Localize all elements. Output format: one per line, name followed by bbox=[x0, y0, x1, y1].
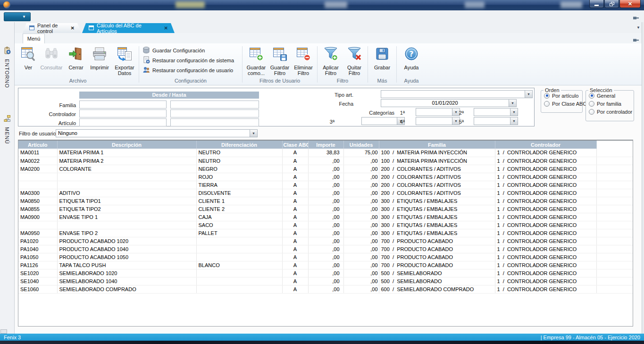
table-cell[interactable]: ,00 bbox=[308, 197, 343, 205]
column-header-unidades[interactable]: Unidades bbox=[343, 141, 379, 149]
radio-por-familia[interactable]: Por familia bbox=[589, 101, 634, 107]
table-cell[interactable] bbox=[57, 181, 196, 189]
table-cell[interactable]: ,00 bbox=[308, 157, 343, 165]
table-cell[interactable]: PALLET bbox=[196, 229, 282, 237]
table-cell[interactable]: ,00 bbox=[308, 213, 343, 221]
table-cell[interactable]: ,00 bbox=[308, 221, 343, 229]
ribbon-tab-menu[interactable]: Menú bbox=[23, 34, 45, 43]
table-cell[interactable]: 300 / ETIQUTAS / EMBALAJES bbox=[379, 221, 495, 229]
table-cell[interactable]: ,00 bbox=[308, 205, 343, 213]
app-menu-button[interactable]: ▼ bbox=[4, 12, 31, 21]
table-cell[interactable]: ,00 bbox=[343, 269, 379, 277]
table-cell[interactable]: 75,00 bbox=[343, 149, 379, 157]
table-cell[interactable] bbox=[196, 253, 282, 261]
table-cell[interactable]: A bbox=[282, 285, 308, 293]
table-cell[interactable]: NEGRO bbox=[196, 165, 282, 173]
table-cell[interactable]: ,00 bbox=[308, 277, 343, 285]
table-cell[interactable]: 700 / PRODUCTO ACABADO bbox=[379, 261, 495, 269]
table-cell[interactable]: A bbox=[282, 277, 308, 285]
table-cell[interactable]: MA0850 bbox=[18, 197, 57, 205]
table-row[interactable]: TIERRAA,00,00200 / COLORANTES / ADITIVOS… bbox=[18, 181, 633, 189]
table-cell[interactable]: 200 / COLORANTES / ADITIVOS bbox=[379, 165, 495, 173]
table-row[interactable]: PA1040PRODUCTO ACABADO 1040A,00,00700 / … bbox=[18, 245, 633, 253]
table-cell[interactable]: A bbox=[282, 269, 308, 277]
table-cell[interactable] bbox=[196, 277, 282, 285]
table-row[interactable]: MA0011MATERIA PRIMA 1NEUTROA38,8375,0010… bbox=[18, 149, 633, 157]
table-cell[interactable]: 1 / CONTROLADOR GENERICO bbox=[495, 285, 596, 293]
table-cell[interactable]: ,00 bbox=[308, 269, 343, 277]
table-cell[interactable]: ,00 bbox=[308, 245, 343, 253]
exportar-datos-button[interactable]: Exportar Datos bbox=[112, 45, 137, 76]
table-cell[interactable]: ,00 bbox=[308, 165, 343, 173]
table-row[interactable]: PA1126TAPA TALCO PUSHBLANCOA,00,00700 / … bbox=[18, 261, 633, 269]
close-tab-icon[interactable]: ✕ bbox=[164, 25, 168, 31]
table-row[interactable]: MA0300ADITIVODISOLVENTEA,00,00200 / COLO… bbox=[18, 189, 633, 197]
column-header-familia[interactable]: Familia bbox=[379, 141, 495, 149]
table-cell[interactable]: A bbox=[282, 173, 308, 181]
column-header-descripcion[interactable]: Descripción bbox=[57, 141, 196, 149]
table-cell[interactable]: 1 / CONTROLADOR GENERICO bbox=[495, 205, 596, 213]
aplicar-filtro-button[interactable]: Aplicar Filtro bbox=[319, 45, 343, 76]
table-cell[interactable]: ADITIVO bbox=[57, 189, 196, 197]
table-row[interactable]: MA0200COLORANTENEGROA,00,00200 / COLORAN… bbox=[18, 165, 633, 173]
table-cell[interactable]: 1 / CONTROLADOR GENERICO bbox=[495, 269, 596, 277]
imprimir-button[interactable]: Imprimir bbox=[87, 45, 112, 70]
table-cell[interactable]: 1 / CONTROLADOR GENERICO bbox=[495, 189, 596, 197]
table-cell[interactable]: A bbox=[282, 221, 308, 229]
minimize-button[interactable] bbox=[589, 0, 604, 8]
table-cell[interactable]: PRODUCTO ACABADO 1040 bbox=[57, 245, 196, 253]
table-row[interactable]: SE1040SEMIELABORADO 1040A,00,00500 / SEM… bbox=[18, 277, 633, 285]
table-row[interactable]: MA0900ENVASE TIPO 1CAJAA,00,00300 / ETIQ… bbox=[18, 213, 633, 221]
table-cell[interactable]: BLANCO bbox=[196, 261, 282, 269]
table-cell[interactable]: PRODUCTO ACABADO 1050 bbox=[57, 253, 196, 261]
table-row[interactable]: PA1020PRODUCTO ACABADO 1020A,00,00700 / … bbox=[18, 237, 633, 245]
table-cell[interactable]: 1 / CONTROLADOR GENERICO bbox=[495, 149, 596, 157]
familia-desde-input[interactable] bbox=[79, 101, 167, 109]
table-cell[interactable] bbox=[196, 269, 282, 277]
table-cell[interactable] bbox=[57, 221, 196, 229]
table-cell[interactable]: 1 / CONTROLADOR GENERICO bbox=[495, 165, 596, 173]
table-cell[interactable]: A bbox=[282, 261, 308, 269]
table-cell[interactable] bbox=[18, 221, 57, 229]
table-cell[interactable]: ,00 bbox=[308, 285, 343, 293]
table-cell[interactable]: ,00 bbox=[308, 173, 343, 181]
table-cell[interactable]: ,00 bbox=[343, 253, 379, 261]
table-cell[interactable]: PA1040 bbox=[18, 245, 57, 253]
table-cell[interactable]: CLIENTE 1 bbox=[196, 197, 282, 205]
table-cell[interactable] bbox=[18, 173, 57, 181]
table-cell[interactable]: A bbox=[282, 181, 308, 189]
table-cell[interactable] bbox=[196, 237, 282, 245]
table-cell[interactable]: A bbox=[282, 149, 308, 157]
table-cell[interactable] bbox=[196, 245, 282, 253]
table-cell[interactable]: A bbox=[282, 237, 308, 245]
table-cell[interactable]: A bbox=[282, 229, 308, 237]
table-cell[interactable]: ,00 bbox=[343, 165, 379, 173]
table-cell[interactable]: A bbox=[282, 197, 308, 205]
table-cell[interactable]: ENVASE TIPO 2 bbox=[57, 229, 196, 237]
table-cell[interactable]: A bbox=[282, 189, 308, 197]
table-cell[interactable]: 300 / ETIQUTAS / EMBALAJES bbox=[379, 205, 495, 213]
table-cell[interactable]: DISOLVENTE bbox=[196, 189, 282, 197]
column-header-diferenciacion[interactable]: Diferenciación bbox=[196, 141, 282, 149]
table-cell[interactable]: 1 / CONTROLADOR GENERICO bbox=[495, 173, 596, 181]
table-cell[interactable]: 700 / PRODUCTO ACABADO bbox=[379, 253, 495, 261]
articulo-desde-input[interactable] bbox=[79, 118, 167, 126]
table-cell[interactable]: 1 / CONTROLADOR GENERICO bbox=[495, 157, 596, 165]
table-cell[interactable]: ,00 bbox=[343, 189, 379, 197]
tab-calculo-abc-articulos[interactable]: Cálculo del ABC de Artículos ✕ bbox=[82, 23, 175, 33]
table-cell[interactable]: MATERIA PRIMA 2 bbox=[57, 157, 196, 165]
table-cell[interactable]: 1 / CONTROLADOR GENERICO bbox=[495, 245, 596, 253]
table-cell[interactable]: 300 / ETIQUTAS / EMBALAJES bbox=[379, 229, 495, 237]
table-cell[interactable]: ,00 bbox=[343, 181, 379, 189]
categoria-2-combo[interactable]: ▼ bbox=[474, 108, 518, 116]
table-cell[interactable]: ,00 bbox=[343, 197, 379, 205]
ver-button[interactable]: Ver bbox=[18, 45, 38, 70]
table-cell[interactable]: ,00 bbox=[308, 229, 343, 237]
table-cell[interactable] bbox=[57, 173, 196, 181]
column-header-articulo[interactable]: Artículo bbox=[18, 141, 57, 149]
familia-hasta-input[interactable] bbox=[170, 101, 259, 109]
table-cell[interactable]: 1 / CONTROLADOR GENERICO bbox=[495, 181, 596, 189]
table-cell[interactable]: A bbox=[282, 157, 308, 165]
table-cell[interactable]: 700 / PRODUCTO ACABADO bbox=[379, 237, 495, 245]
table-cell[interactable]: A bbox=[282, 253, 308, 261]
